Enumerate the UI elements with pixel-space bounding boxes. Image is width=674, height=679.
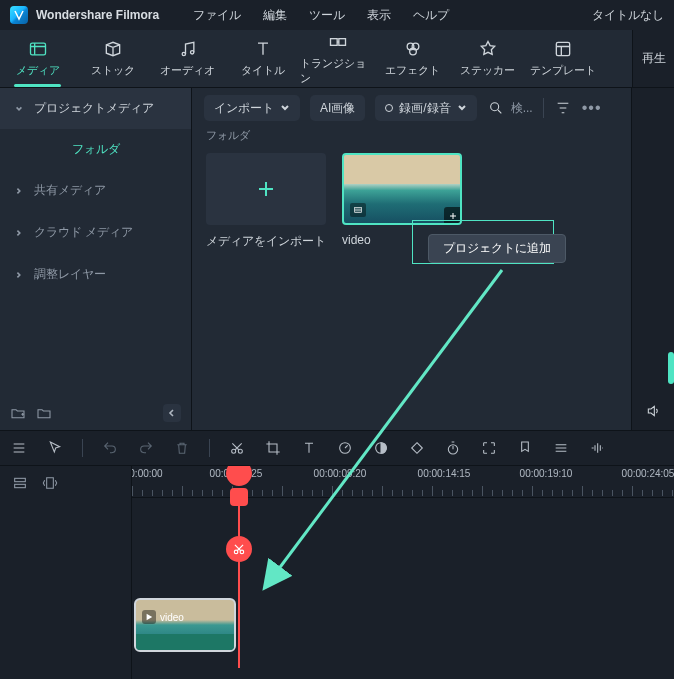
main-area: プロジェクトメディア フォルダ 共有メディア クラウド メディア 調整レイヤー	[0, 88, 674, 430]
record-dropdown[interactable]: 録画/録音	[375, 95, 476, 121]
chevron-down-icon	[457, 103, 467, 113]
keyframe-icon[interactable]	[408, 439, 426, 457]
ruler-tick: 00:00:14:15	[418, 468, 471, 479]
ai-image-label: AI画像	[320, 100, 355, 117]
play-icon	[142, 610, 156, 624]
svg-rect-8	[556, 42, 569, 55]
add-to-timeline-button[interactable]	[444, 207, 462, 225]
ruler-tick: 00:00:09:20	[314, 468, 367, 479]
effect-icon	[403, 39, 423, 59]
tab-label: オーディオ	[160, 63, 215, 78]
svg-rect-16	[15, 478, 26, 481]
folder-heading: フォルダ	[192, 128, 631, 143]
expand-icon[interactable]	[480, 439, 498, 457]
sidebar-item-label: フォルダ	[72, 141, 120, 158]
svg-rect-10	[355, 208, 362, 213]
audio-track-icon[interactable]	[588, 439, 606, 457]
video-card[interactable]: video	[342, 153, 462, 247]
playhead-cut-button[interactable]	[226, 536, 252, 562]
timeline-main[interactable]: 0:00:00 00:00:04:25 00:00:09:20 00:00:14…	[132, 466, 674, 679]
tab-sticker[interactable]: ステッカー	[450, 30, 525, 87]
ruler-tick: 00:00:19:10	[520, 468, 573, 479]
import-card[interactable]: メディアをインポート	[206, 153, 326, 250]
menu-help[interactable]: ヘルプ	[413, 7, 449, 24]
filter-icon[interactable]	[554, 99, 572, 117]
search-placeholder: 検...	[511, 100, 533, 117]
timeline-clip[interactable]: video	[134, 598, 236, 652]
stopwatch-icon[interactable]	[444, 439, 462, 457]
tab-label: メディア	[16, 63, 60, 78]
color-icon[interactable]	[372, 439, 390, 457]
add-to-project-tooltip: プロジェクトに追加	[428, 234, 566, 263]
folder-icon[interactable]	[36, 405, 52, 421]
tab-effect[interactable]: エフェクト	[375, 30, 450, 87]
marker-icon[interactable]	[516, 439, 534, 457]
menu-edit[interactable]: 編集	[263, 7, 287, 24]
timeline-toolbar	[0, 430, 674, 466]
clip-audio	[136, 634, 234, 650]
sidebar-bottom	[0, 396, 191, 430]
tab-transition[interactable]: トランジション	[300, 30, 375, 87]
plus-icon	[254, 177, 278, 201]
tab-template[interactable]: テンプレート	[525, 30, 600, 87]
menu-view[interactable]: 表示	[367, 7, 391, 24]
sidebar-item-project-media[interactable]: プロジェクトメディア	[0, 88, 191, 130]
search-input[interactable]: 検...	[487, 99, 533, 117]
search-icon	[487, 99, 505, 117]
chevron-right-icon	[14, 270, 24, 280]
track-area[interactable]: video 1	[132, 498, 674, 668]
undo-icon[interactable]	[101, 439, 119, 457]
divider	[82, 439, 83, 457]
preview-rail	[632, 88, 674, 430]
app-logo-icon	[10, 6, 28, 24]
video-thumb[interactable]	[342, 153, 462, 225]
timeline: 0:00:00 00:00:04:25 00:00:09:20 00:00:14…	[0, 466, 674, 679]
document-title: タイトルなし	[592, 7, 664, 24]
pointer-icon[interactable]	[46, 439, 64, 457]
media-toolbar: インポート AI画像 録画/録音 検... •••	[192, 88, 631, 128]
divider	[209, 439, 210, 457]
playhead-knob[interactable]	[230, 488, 248, 506]
track-icon[interactable]	[552, 439, 570, 457]
timeline-expand-icon[interactable]	[42, 475, 58, 491]
sidebar-item-shared-media[interactable]: 共有メディア	[0, 170, 191, 212]
delete-icon[interactable]	[173, 439, 191, 457]
sidebar-item-folder[interactable]: フォルダ	[0, 130, 191, 170]
new-folder-icon[interactable]	[10, 405, 26, 421]
playhead[interactable]	[238, 498, 240, 668]
media-content: インポート AI画像 録画/録音 検... ••• フォルダ	[192, 88, 632, 430]
tab-title[interactable]: タイトル	[225, 30, 300, 87]
ai-image-button[interactable]: AI画像	[310, 95, 365, 121]
speaker-icon[interactable]	[644, 402, 662, 420]
chevron-down-icon	[280, 103, 290, 113]
menu-icon[interactable]	[10, 439, 28, 457]
sidebar-item-label: 共有メディア	[34, 182, 106, 199]
text-icon[interactable]	[300, 439, 318, 457]
sidebar-item-label: 調整レイヤー	[34, 266, 106, 283]
speed-icon[interactable]	[336, 439, 354, 457]
transition-icon	[328, 32, 348, 52]
sidebar-item-cloud-media[interactable]: クラウド メディア	[0, 212, 191, 254]
timeline-layers-icon[interactable]	[12, 475, 28, 491]
svg-point-2	[190, 51, 193, 54]
redo-icon[interactable]	[137, 439, 155, 457]
tab-stock[interactable]: ストック	[75, 30, 150, 87]
import-thumb[interactable]	[206, 153, 326, 225]
audio-icon	[178, 39, 198, 59]
playback-label: 再生	[642, 50, 666, 67]
menu-file[interactable]: ファイル	[193, 7, 241, 24]
timeline-ruler[interactable]: 0:00:00 00:00:04:25 00:00:09:20 00:00:14…	[132, 466, 674, 498]
more-icon[interactable]: •••	[582, 99, 602, 117]
sidebar-item-adjustment-layer[interactable]: 調整レイヤー	[0, 254, 191, 296]
clip-label: video	[160, 612, 184, 623]
crop-icon[interactable]	[264, 439, 282, 457]
stock-icon	[103, 39, 123, 59]
menu-tools[interactable]: ツール	[309, 7, 345, 24]
cut-icon[interactable]	[228, 439, 246, 457]
tab-audio[interactable]: オーディオ	[150, 30, 225, 87]
svg-rect-17	[15, 484, 26, 487]
category-tabs: メディア ストック オーディオ タイトル トランジション エフェクト ステッカー…	[0, 30, 674, 88]
tab-media[interactable]: メディア	[0, 30, 75, 87]
import-dropdown[interactable]: インポート	[204, 95, 300, 121]
collapse-sidebar-button[interactable]	[163, 404, 181, 422]
